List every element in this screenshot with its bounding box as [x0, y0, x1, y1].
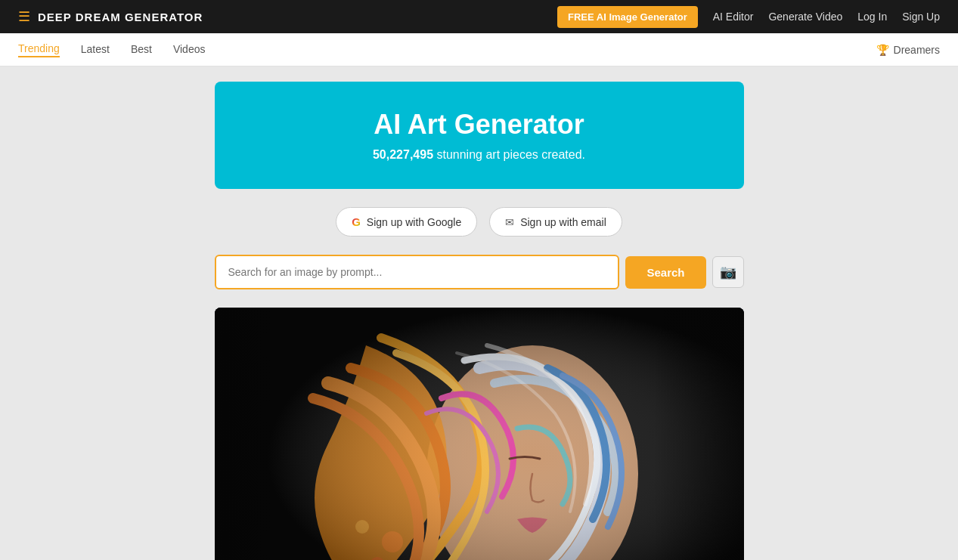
menu-icon[interactable]: ☰	[18, 8, 30, 25]
tab-trending[interactable]: Trending	[18, 42, 60, 57]
hero-image-area	[215, 308, 744, 560]
signup-buttons-area: G Sign up with Google ✉ Sign up with ema…	[215, 207, 744, 237]
search-button[interactable]: Search	[625, 256, 705, 289]
main-content: AI Art Generator 50,227,495 stunning art…	[215, 67, 744, 560]
hero-subtitle-rest: stunning art pieces created.	[433, 148, 585, 161]
trophy-icon: 🏆	[876, 44, 889, 56]
email-icon: ✉	[505, 216, 514, 228]
free-ai-button[interactable]: FREE AI Image Generator	[557, 6, 698, 28]
art-count: 50,227,495	[373, 148, 433, 161]
google-signup-label: Sign up with Google	[367, 216, 461, 228]
top-navigation: ☰ DEEP DREAM GENERATOR FREE AI Image Gen…	[0, 0, 958, 33]
search-input-wrapper	[215, 255, 620, 289]
site-logo-text: DEEP DREAM GENERATOR	[38, 11, 203, 23]
hero-banner: AI Art Generator 50,227,495 stunning art…	[215, 82, 744, 189]
svg-rect-11	[653, 308, 744, 560]
dreamers-link[interactable]: 🏆 Dreamers	[876, 44, 940, 56]
camera-icon: 📷	[720, 264, 736, 280]
email-signup-label: Sign up with email	[520, 216, 606, 228]
search-input[interactable]	[215, 255, 620, 289]
ai-editor-link[interactable]: AI Editor	[713, 11, 754, 23]
google-icon: G	[352, 215, 361, 228]
tab-best[interactable]: Best	[131, 43, 152, 57]
sub-navigation: Trending Latest Best Videos 🏆 Dreamers	[0, 33, 958, 67]
camera-search-button[interactable]: 📷	[712, 256, 744, 288]
generate-video-link[interactable]: Generate Video	[768, 11, 842, 23]
dreamers-label: Dreamers	[894, 44, 940, 56]
search-bar: Search 📷	[215, 255, 744, 289]
tab-latest[interactable]: Latest	[81, 43, 110, 57]
signup-link[interactable]: Sign Up	[902, 11, 940, 23]
login-link[interactable]: Log In	[857, 11, 887, 23]
nav-tabs: Trending Latest Best Videos	[18, 42, 205, 57]
hero-title: AI Art Generator	[245, 109, 714, 141]
nav-actions: FREE AI Image Generator AI Editor Genera…	[557, 6, 940, 28]
google-signup-button[interactable]: G Sign up with Google	[336, 207, 477, 237]
svg-rect-10	[215, 308, 275, 560]
artwork-svg	[215, 308, 744, 560]
logo-area: ☰ DEEP DREAM GENERATOR	[18, 8, 203, 25]
featured-artwork	[215, 308, 744, 560]
email-signup-button[interactable]: ✉ Sign up with email	[489, 207, 622, 237]
tab-videos[interactable]: Videos	[173, 43, 206, 57]
hero-subtitle: 50,227,495 stunning art pieces created.	[245, 148, 714, 162]
